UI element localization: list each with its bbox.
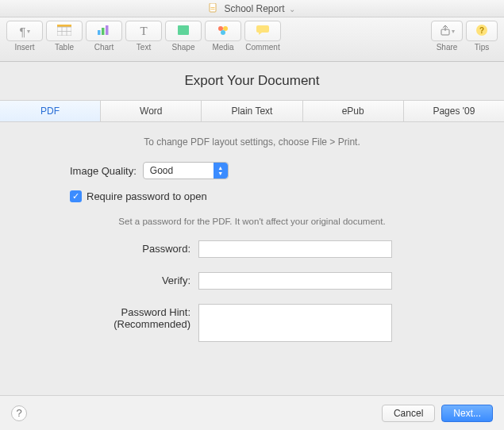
footer: ? Cancel Next... — [0, 395, 504, 430]
text-icon: T — [140, 25, 147, 38]
toolbar-comment-label: Comment — [245, 43, 279, 52]
verify-label: Verify: — [24, 272, 198, 290]
svg-rect-9 — [102, 28, 105, 35]
tab-pages09[interactable]: Pages '09 — [403, 101, 504, 121]
next-button-label: Next... — [453, 408, 481, 419]
tab-word[interactable]: Word — [100, 101, 201, 121]
svg-rect-3 — [57, 25, 71, 27]
cancel-button[interactable]: Cancel — [382, 405, 435, 422]
toolbar-chart[interactable]: Chart — [86, 21, 122, 52]
comment-icon — [256, 25, 270, 37]
table-icon — [57, 25, 71, 37]
chart-icon — [97, 25, 111, 37]
help-button[interactable]: ? — [11, 405, 27, 421]
toolbar-text-label: Text — [137, 43, 151, 52]
tab-pdf[interactable]: PDF — [0, 101, 100, 121]
toolbar-insert[interactable]: ¶▾ Insert — [6, 21, 43, 52]
share-icon — [440, 25, 451, 37]
toolbar-table[interactable]: Table — [46, 21, 83, 52]
document-icon — [209, 1, 218, 10]
image-quality-select[interactable]: Good ▲▼ — [143, 162, 229, 179]
toolbar: ¶▾ Insert Table Chart T Text Shape Media… — [0, 17, 504, 62]
layout-hint: To change PDF layout settings, choose Fi… — [24, 136, 480, 148]
toolbar-chart-label: Chart — [94, 43, 113, 52]
svg-rect-1 — [211, 7, 215, 8]
toolbar-tips[interactable]: ? Tips — [466, 21, 498, 52]
chevron-down-icon[interactable]: ⌄ — [289, 5, 295, 13]
password-hint-text: Set a password for the PDF. It won't aff… — [24, 217, 480, 226]
page-title: Export Your Document — [0, 62, 504, 100]
toolbar-table-label: Table — [55, 43, 74, 52]
tab-epub[interactable]: ePub — [302, 101, 403, 121]
svg-rect-10 — [106, 25, 109, 35]
toolbar-media-label: Media — [212, 43, 233, 52]
tips-icon: ? — [475, 24, 488, 38]
svg-marker-16 — [259, 33, 262, 35]
svg-rect-2 — [211, 9, 215, 10]
toolbar-insert-label: Insert — [14, 43, 34, 52]
select-stepper-icon: ▲▼ — [214, 163, 228, 179]
require-password-checkbox[interactable]: ✓ — [70, 190, 82, 202]
password-input[interactable] — [198, 240, 392, 258]
next-button[interactable]: Next... — [441, 405, 493, 422]
password-hint-label: Password Hint: (Recommended) — [24, 304, 198, 342]
toolbar-share-label: Share — [437, 43, 458, 52]
svg-point-13 — [223, 26, 228, 31]
toolbar-shape[interactable]: Shape — [165, 21, 202, 52]
svg-text:?: ? — [479, 26, 484, 35]
password-hint-input[interactable] — [198, 304, 392, 342]
shape-icon — [177, 25, 190, 37]
toolbar-media[interactable]: Media — [205, 21, 241, 52]
toolbar-shape-label: Shape — [172, 43, 195, 52]
titlebar: School Report ⌄ — [0, 0, 504, 17]
image-quality-value: Good — [150, 165, 173, 176]
toolbar-comment[interactable]: Comment — [244, 21, 281, 52]
svg-point-14 — [221, 30, 225, 35]
tab-plaintext[interactable]: Plain Text — [201, 101, 302, 121]
toolbar-tips-label: Tips — [475, 43, 490, 52]
svg-rect-8 — [98, 30, 101, 35]
image-quality-label: Image Quality: — [70, 165, 137, 177]
media-icon — [217, 24, 229, 38]
svg-rect-15 — [256, 25, 269, 33]
svg-point-12 — [218, 26, 223, 31]
check-icon: ✓ — [72, 191, 79, 202]
cancel-button-label: Cancel — [394, 408, 423, 419]
paragraph-icon: ¶ — [19, 25, 25, 38]
tabs: PDF Word Plain Text ePub Pages '09 — [0, 100, 504, 122]
toolbar-share[interactable]: ▾ Share — [431, 21, 463, 52]
require-password-label: Require password to open — [87, 190, 207, 202]
svg-rect-11 — [178, 25, 189, 35]
window-title: School Report — [224, 3, 284, 14]
password-label: Password: — [24, 240, 198, 258]
toolbar-text[interactable]: T Text — [125, 21, 162, 52]
verify-input[interactable] — [198, 272, 392, 290]
question-icon: ? — [16, 407, 21, 419]
